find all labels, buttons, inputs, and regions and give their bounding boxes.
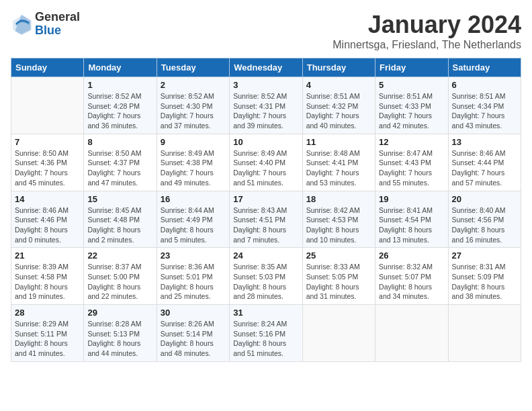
day-number: 17 [233,194,298,204]
day-number: 12 [379,137,444,147]
day-info: Sunrise: 8:46 AM Sunset: 4:44 PM Dayligh… [452,148,517,188]
day-info: Sunrise: 8:52 AM Sunset: 4:31 PM Dayligh… [233,91,298,131]
weekday-header-saturday: Saturday [448,58,521,77]
calendar-cell [11,77,84,134]
calendar-cell: 9Sunrise: 8:49 AM Sunset: 4:38 PM Daylig… [157,134,229,191]
day-number: 28 [15,308,80,318]
calendar-cell: 16Sunrise: 8:44 AM Sunset: 4:49 PM Dayli… [157,191,229,248]
day-number: 8 [87,137,152,147]
day-info: Sunrise: 8:47 AM Sunset: 4:43 PM Dayligh… [379,148,444,188]
calendar-cell: 8Sunrise: 8:50 AM Sunset: 4:37 PM Daylig… [84,134,157,191]
calendar-table: SundayMondayTuesdayWednesdayThursdayFrid… [11,58,521,362]
calendar-cell: 12Sunrise: 8:47 AM Sunset: 4:43 PM Dayli… [375,134,448,191]
day-info: Sunrise: 8:49 AM Sunset: 4:40 PM Dayligh… [233,148,298,188]
day-number: 1 [87,80,152,90]
day-number: 15 [87,194,152,204]
calendar-cell: 7Sunrise: 8:50 AM Sunset: 4:36 PM Daylig… [11,134,84,191]
day-info: Sunrise: 8:28 AM Sunset: 5:13 PM Dayligh… [87,319,152,359]
day-number: 9 [161,137,226,147]
calendar-cell: 4Sunrise: 8:51 AM Sunset: 4:32 PM Daylig… [302,77,375,134]
day-info: Sunrise: 8:36 AM Sunset: 5:01 PM Dayligh… [161,262,226,302]
day-info: Sunrise: 8:44 AM Sunset: 4:49 PM Dayligh… [161,205,226,245]
day-info: Sunrise: 8:52 AM Sunset: 4:30 PM Dayligh… [161,91,226,131]
day-number: 7 [15,137,80,147]
day-info: Sunrise: 8:42 AM Sunset: 4:53 PM Dayligh… [306,205,371,245]
calendar-cell: 21Sunrise: 8:39 AM Sunset: 4:58 PM Dayli… [11,248,84,305]
calendar-cell: 2Sunrise: 8:52 AM Sunset: 4:30 PM Daylig… [157,77,229,134]
calendar-cell: 18Sunrise: 8:42 AM Sunset: 4:53 PM Dayli… [302,191,375,248]
calendar-cell [302,305,375,362]
day-info: Sunrise: 8:51 AM Sunset: 4:33 PM Dayligh… [379,91,444,131]
calendar-cell: 26Sunrise: 8:32 AM Sunset: 5:07 PM Dayli… [375,248,448,305]
day-number: 30 [161,308,226,318]
day-number: 3 [233,80,298,90]
weekday-header-thursday: Thursday [302,58,375,77]
calendar-cell: 10Sunrise: 8:49 AM Sunset: 4:40 PM Dayli… [230,134,302,191]
calendar-week-row: 1Sunrise: 8:52 AM Sunset: 4:28 PM Daylig… [11,77,521,134]
day-info: Sunrise: 8:29 AM Sunset: 5:11 PM Dayligh… [15,319,80,359]
calendar-cell: 17Sunrise: 8:43 AM Sunset: 4:51 PM Dayli… [230,191,302,248]
month-title: January 2024 [332,11,521,39]
calendar-cell [375,305,448,362]
calendar-cell: 25Sunrise: 8:33 AM Sunset: 5:05 PM Dayli… [302,248,375,305]
calendar-header: SundayMondayTuesdayWednesdayThursdayFrid… [11,58,521,77]
logo-text: General Blue [35,11,80,38]
day-info: Sunrise: 8:51 AM Sunset: 4:32 PM Dayligh… [306,91,371,131]
day-number: 19 [379,194,444,204]
day-info: Sunrise: 8:49 AM Sunset: 4:38 PM Dayligh… [161,148,226,188]
header: General Blue January 2024 Minnertsga, Fr… [11,11,521,51]
day-number: 10 [233,137,298,147]
weekday-header-friday: Friday [375,58,448,77]
day-info: Sunrise: 8:40 AM Sunset: 4:56 PM Dayligh… [452,205,517,245]
day-number: 11 [306,137,371,147]
logo: General Blue [11,11,80,38]
day-info: Sunrise: 8:33 AM Sunset: 5:05 PM Dayligh… [306,262,371,302]
day-info: Sunrise: 8:39 AM Sunset: 4:58 PM Dayligh… [15,262,80,302]
calendar-cell: 13Sunrise: 8:46 AM Sunset: 4:44 PM Dayli… [448,134,521,191]
calendar-cell: 5Sunrise: 8:51 AM Sunset: 4:33 PM Daylig… [375,77,448,134]
calendar-week-row: 28Sunrise: 8:29 AM Sunset: 5:11 PM Dayli… [11,305,521,362]
calendar-cell: 19Sunrise: 8:41 AM Sunset: 4:54 PM Dayli… [375,191,448,248]
weekday-header-sunday: Sunday [11,58,84,77]
day-info: Sunrise: 8:35 AM Sunset: 5:03 PM Dayligh… [233,262,298,302]
day-number: 18 [306,194,371,204]
calendar-body: 1Sunrise: 8:52 AM Sunset: 4:28 PM Daylig… [11,77,521,362]
day-info: Sunrise: 8:52 AM Sunset: 4:28 PM Dayligh… [87,91,152,131]
calendar-cell: 24Sunrise: 8:35 AM Sunset: 5:03 PM Dayli… [230,248,302,305]
logo-blue-text: Blue [35,24,80,38]
weekday-header-monday: Monday [84,58,157,77]
day-info: Sunrise: 8:51 AM Sunset: 4:34 PM Dayligh… [452,91,517,131]
day-number: 26 [379,250,444,261]
calendar-cell: 30Sunrise: 8:26 AM Sunset: 5:14 PM Dayli… [157,305,229,362]
calendar-cell: 11Sunrise: 8:48 AM Sunset: 4:41 PM Dayli… [302,134,375,191]
calendar-week-row: 14Sunrise: 8:46 AM Sunset: 4:46 PM Dayli… [11,191,521,248]
day-number: 21 [15,250,80,261]
day-info: Sunrise: 8:43 AM Sunset: 4:51 PM Dayligh… [233,205,298,245]
day-number: 24 [233,250,298,261]
day-number: 22 [87,250,152,261]
day-number: 23 [161,250,226,261]
calendar-cell: 22Sunrise: 8:37 AM Sunset: 5:00 PM Dayli… [84,248,157,305]
day-number: 4 [306,80,371,90]
location-title: Minnertsga, Friesland, The Netherlands [332,39,521,51]
calendar-cell: 31Sunrise: 8:24 AM Sunset: 5:16 PM Dayli… [230,305,302,362]
calendar-cell [448,305,521,362]
day-number: 29 [87,308,152,318]
calendar-cell: 14Sunrise: 8:46 AM Sunset: 4:46 PM Dayli… [11,191,84,248]
day-number: 14 [15,194,80,204]
day-info: Sunrise: 8:50 AM Sunset: 4:37 PM Dayligh… [87,148,152,188]
day-info: Sunrise: 8:41 AM Sunset: 4:54 PM Dayligh… [379,205,444,245]
calendar-cell: 15Sunrise: 8:45 AM Sunset: 4:48 PM Dayli… [84,191,157,248]
calendar-cell: 1Sunrise: 8:52 AM Sunset: 4:28 PM Daylig… [84,77,157,134]
calendar-week-row: 7Sunrise: 8:50 AM Sunset: 4:36 PM Daylig… [11,134,521,191]
calendar-week-row: 21Sunrise: 8:39 AM Sunset: 4:58 PM Dayli… [11,248,521,305]
logo-icon [11,13,32,35]
logo-general-text: General [35,11,80,24]
day-info: Sunrise: 8:24 AM Sunset: 5:16 PM Dayligh… [233,319,298,359]
calendar-cell: 23Sunrise: 8:36 AM Sunset: 5:01 PM Dayli… [157,248,229,305]
day-number: 31 [233,308,298,318]
calendar-cell: 6Sunrise: 8:51 AM Sunset: 4:34 PM Daylig… [448,77,521,134]
day-info: Sunrise: 8:32 AM Sunset: 5:07 PM Dayligh… [379,262,444,302]
calendar-cell: 3Sunrise: 8:52 AM Sunset: 4:31 PM Daylig… [230,77,302,134]
calendar-cell: 27Sunrise: 8:31 AM Sunset: 5:09 PM Dayli… [448,248,521,305]
